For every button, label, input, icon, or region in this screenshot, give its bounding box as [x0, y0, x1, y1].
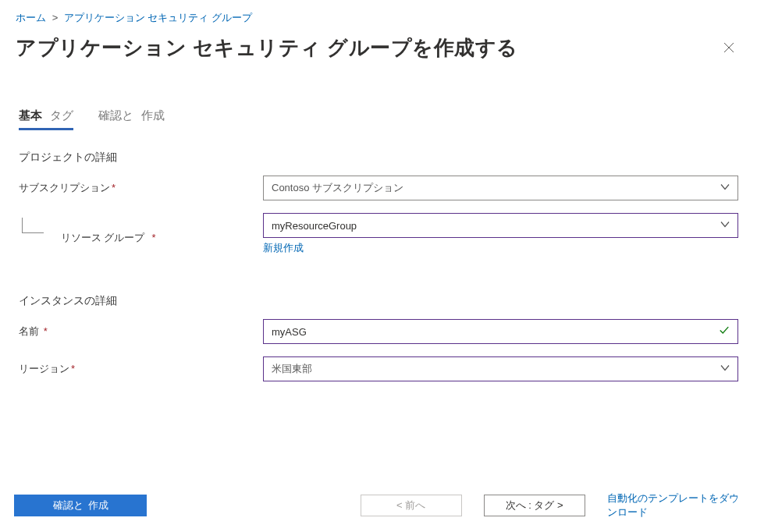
subscription-select[interactable]: Contoso サブスクリプション: [263, 176, 738, 200]
create-new-link[interactable]: 新規作成: [263, 241, 304, 255]
tab-review-create[interactable]: 確認と 作成: [98, 108, 165, 130]
previous-button: < 前へ: [361, 495, 462, 516]
tree-connector-icon: [22, 218, 44, 233]
tab-tags-label: タグ: [50, 108, 73, 122]
chevron-down-icon: [720, 364, 730, 375]
resource-group-select[interactable]: myResourceGroup: [263, 213, 738, 238]
section-project-details: プロジェクトの詳細: [19, 151, 738, 165]
close-icon[interactable]: [716, 37, 741, 59]
name-input[interactable]: myASG: [263, 319, 738, 344]
footer: 確認と作成 < 前へ 次へ : タグ > 自動化のテンプレートをダウンロード: [0, 491, 757, 520]
label-subscription: サブスクリプション*: [19, 181, 263, 195]
tabs: 基本 タグ 確認と 作成: [0, 62, 757, 130]
label-resource-group: リソース グループ *: [19, 224, 263, 245]
chevron-down-icon: [720, 183, 730, 194]
check-icon: [719, 325, 730, 339]
page-title: アプリケーション セキュリティ グループを作成する: [16, 34, 518, 62]
breadcrumb-current[interactable]: アプリケーション セキュリティ グループ: [64, 12, 252, 23]
label-region: リージョン*: [19, 362, 263, 376]
region-select[interactable]: 米国東部: [263, 356, 738, 381]
breadcrumb-sep: >: [52, 12, 59, 23]
breadcrumb-home[interactable]: ホーム: [16, 12, 46, 23]
download-template-link[interactable]: 自動化のテンプレートをダウンロード: [607, 491, 743, 520]
label-name: 名前 *: [19, 325, 263, 339]
chevron-down-icon: [720, 220, 730, 232]
tab-basic[interactable]: 基本 タグ: [19, 108, 73, 130]
next-button[interactable]: 次へ : タグ >: [484, 495, 585, 516]
section-instance-details: インスタンスの詳細: [19, 294, 738, 308]
breadcrumb: ホーム > アプリケーション セキュリティ グループ: [0, 0, 757, 25]
review-create-button[interactable]: 確認と作成: [14, 495, 147, 516]
